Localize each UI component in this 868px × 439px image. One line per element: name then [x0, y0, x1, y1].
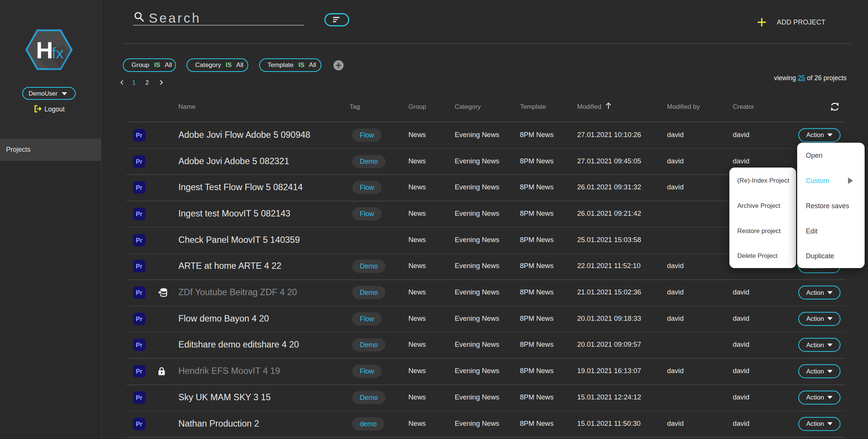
svg-text:H: H: [36, 37, 53, 63]
svg-text:fx: fx: [52, 45, 64, 61]
